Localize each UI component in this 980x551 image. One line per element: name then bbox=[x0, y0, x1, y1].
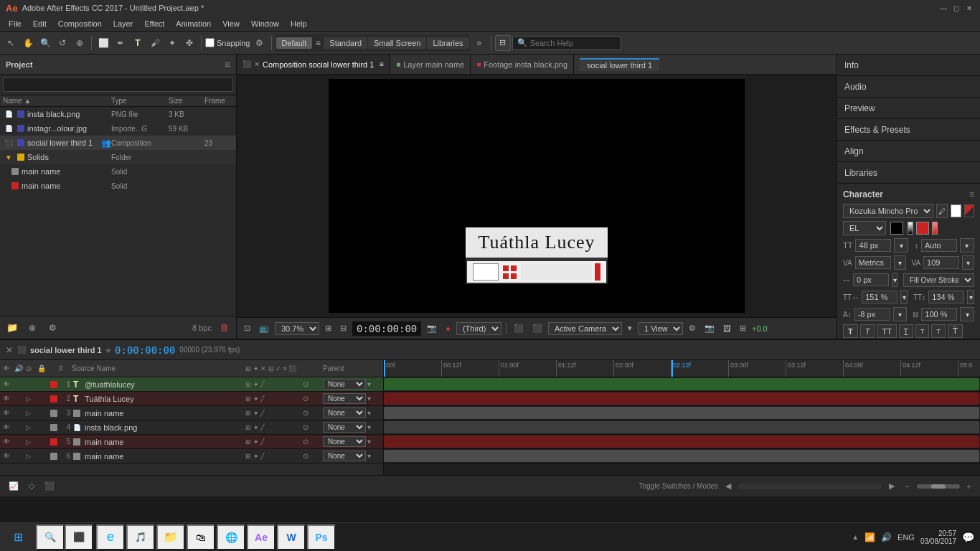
timeline-timecode[interactable]: 0:00:00:00 bbox=[115, 344, 175, 356]
camera-dropdown-btn[interactable]: ▾ bbox=[625, 322, 635, 334]
minimize-button[interactable]: — bbox=[938, 3, 948, 13]
puppet-tool[interactable]: ✤ bbox=[182, 35, 197, 51]
leading-down[interactable]: ▾ bbox=[960, 238, 974, 253]
layer-solo-2[interactable]: ▷ bbox=[26, 395, 37, 402]
preview-zoom-select[interactable]: 30.7% 50% 100% bbox=[275, 322, 319, 335]
taskbar-store-btn[interactable]: 🛍 bbox=[187, 524, 215, 550]
layer-vis-4[interactable]: 👁 bbox=[3, 423, 14, 431]
workspace-default[interactable]: Default bbox=[276, 37, 313, 49]
layer-row-1[interactable]: 👁 1 T @tuathlalucey ⊞ ✦ ╱ ⊙ None ▾ bbox=[0, 377, 383, 392]
comp-tab-menu[interactable]: ≡ bbox=[380, 60, 384, 68]
taskbar-chrome-btn[interactable]: 🌐 bbox=[217, 524, 245, 550]
tl-keyframe-btn[interactable]: ⬛ bbox=[42, 480, 57, 492]
font-picker-btn[interactable]: 🖊 bbox=[936, 204, 948, 218]
parent-select-6[interactable]: None bbox=[323, 451, 366, 461]
taskbar-word-btn[interactable]: W bbox=[277, 524, 306, 550]
hscale-down[interactable]: ▾ bbox=[900, 290, 908, 304]
project-settings-btn[interactable]: ⚙ bbox=[44, 320, 60, 336]
timeline-close-btn[interactable]: ✕ bbox=[6, 345, 13, 355]
taskbar-task-view-btn[interactable]: ⬛ bbox=[65, 524, 93, 550]
layer-row-6[interactable]: 👁 ▷ 6 main name ⊞ ✦ ╱ ⊙ None ▾ bbox=[0, 449, 383, 463]
project-search-input[interactable] bbox=[3, 77, 233, 92]
style-italic-btn[interactable]: T bbox=[860, 324, 875, 338]
effects-panel-item[interactable]: Effects & Presets bbox=[837, 119, 980, 141]
workspace-libraries[interactable]: Libraries bbox=[427, 37, 468, 49]
layer-row-3[interactable]: 👁 ▷ 3 main name ⊞ ✦ ╱ ⊙ None ▾ bbox=[0, 406, 383, 420]
tl-zoom-bar[interactable] bbox=[917, 484, 960, 489]
preview-view-select[interactable]: (Third) bbox=[456, 322, 501, 335]
asset-row-insta-black[interactable]: 📄 insta black.png PNG file 3 KB bbox=[0, 107, 236, 121]
toggle-transparency-btn[interactable]: ⬛ bbox=[511, 322, 527, 334]
tl-add-marker-btn[interactable]: ◇ bbox=[26, 480, 37, 492]
layer-vis-3[interactable]: 👁 bbox=[3, 409, 14, 417]
tl-scroll-right[interactable]: ▶ bbox=[886, 480, 897, 492]
hscale-input[interactable] bbox=[862, 291, 897, 303]
taskbar-ps-btn[interactable]: Ps bbox=[307, 524, 336, 550]
new-folder-btn[interactable]: 📁 bbox=[4, 320, 20, 336]
preview-camera-icon[interactable]: 📷 bbox=[424, 322, 440, 334]
stroke-type-select[interactable]: Fill Over Stroke bbox=[903, 273, 974, 287]
delete-btn[interactable]: 🗑 bbox=[216, 320, 232, 336]
brush-tool[interactable]: 🖌 bbox=[147, 35, 163, 51]
layer-row-5[interactable]: 👁 ▷ 5 main name ⊞ ✦ ╱ ⊙ None ▾ bbox=[0, 435, 383, 449]
workspace-small-screen[interactable]: Small Screen bbox=[368, 37, 426, 49]
character-menu-btn[interactable]: ≡ bbox=[969, 189, 974, 199]
preview-render-icon[interactable]: ⊡ bbox=[241, 322, 253, 334]
layer-vis-1[interactable]: 👁 bbox=[3, 380, 14, 388]
libraries-panel-item[interactable]: Libraries bbox=[837, 162, 980, 184]
timeline-playhead[interactable] bbox=[384, 360, 385, 377]
preview-display-icon[interactable]: 📺 bbox=[256, 322, 272, 334]
parent-select-3[interactable]: None bbox=[323, 408, 366, 418]
clone-tool[interactable]: ✦ bbox=[164, 35, 180, 51]
preview-color-icon[interactable]: ● bbox=[443, 323, 453, 334]
style-allcaps-btn[interactable]: TT bbox=[877, 324, 896, 338]
project-menu-button[interactable]: ≡ bbox=[225, 59, 230, 70]
taskbar-media-btn[interactable]: 🎵 bbox=[126, 524, 155, 550]
taskbar-notification-btn[interactable]: 💬 bbox=[962, 532, 974, 543]
tl-graph-btn[interactable]: 📈 bbox=[6, 480, 22, 492]
font-size-down[interactable]: ▾ bbox=[894, 238, 908, 253]
asset-row-solids-folder[interactable]: ▼ Solids Folder bbox=[0, 150, 236, 164]
asset-row-main-name-2[interactable]: main name Solid bbox=[0, 179, 236, 193]
workspace-expand[interactable]: » bbox=[471, 35, 487, 51]
tab-composition[interactable]: ⬛ ✕ Composition social lower third 1 ≡ bbox=[237, 55, 390, 74]
stroke-width-input[interactable] bbox=[853, 273, 889, 286]
style-bold-btn[interactable]: T bbox=[843, 324, 858, 338]
asset-row-insta-colour[interactable]: 📄 instagr...olour.jpg Importe...G 59 KB bbox=[0, 121, 236, 136]
tl-scroll-left[interactable]: ◀ bbox=[722, 480, 734, 492]
font-color-swatch[interactable] bbox=[890, 222, 903, 235]
kerning-input[interactable] bbox=[855, 256, 891, 269]
search-input[interactable] bbox=[530, 39, 616, 47]
vscale-down[interactable]: ▾ bbox=[967, 290, 974, 304]
comp-sub-tab[interactable]: social lower third 1 bbox=[580, 58, 659, 71]
layer-vis-2[interactable]: 👁 bbox=[3, 395, 14, 402]
font-stroke-swatch[interactable] bbox=[916, 222, 929, 235]
snap-options[interactable]: ⚙ bbox=[252, 35, 268, 51]
hand-tool[interactable]: ✋ bbox=[20, 35, 36, 51]
zoom-tool[interactable]: 🔍 bbox=[37, 35, 53, 51]
baseline-down[interactable]: ▾ bbox=[893, 307, 908, 321]
font-stroke-btn[interactable] bbox=[964, 204, 974, 217]
style-smallcaps-btn[interactable]: T̲ bbox=[899, 324, 913, 338]
taskbar-start-btn[interactable]: ⊞ bbox=[0, 523, 36, 552]
tracking-input[interactable] bbox=[923, 256, 959, 269]
layer-solo-5[interactable]: ▷ bbox=[26, 438, 37, 446]
tracking-down[interactable]: ▾ bbox=[962, 255, 974, 270]
layer-solo-6[interactable]: ▷ bbox=[26, 453, 37, 460]
new-comp-btn[interactable]: ⊕ bbox=[24, 320, 40, 336]
menu-view[interactable]: View bbox=[217, 18, 245, 29]
menu-layer[interactable]: Layer bbox=[108, 18, 139, 29]
parent-select-4[interactable]: None bbox=[323, 422, 366, 433]
snapping-checkbox[interactable] bbox=[205, 38, 215, 47]
menu-help[interactable]: Help bbox=[285, 18, 313, 29]
menu-composition[interactable]: Composition bbox=[52, 18, 108, 29]
font-color-btn[interactable] bbox=[951, 204, 961, 217]
style-sub-btn[interactable]: T bbox=[931, 324, 946, 338]
timeline-menu-btn[interactable]: ≡ bbox=[106, 346, 110, 354]
align-panel-item[interactable]: Align bbox=[837, 141, 980, 162]
style-super-btn[interactable]: T bbox=[915, 324, 930, 338]
audio-panel-item[interactable]: Audio bbox=[837, 76, 980, 98]
parent-select-1[interactable]: None bbox=[323, 379, 366, 390]
menu-effect[interactable]: Effect bbox=[138, 18, 170, 29]
parent-select-5[interactable]: None bbox=[323, 436, 366, 447]
